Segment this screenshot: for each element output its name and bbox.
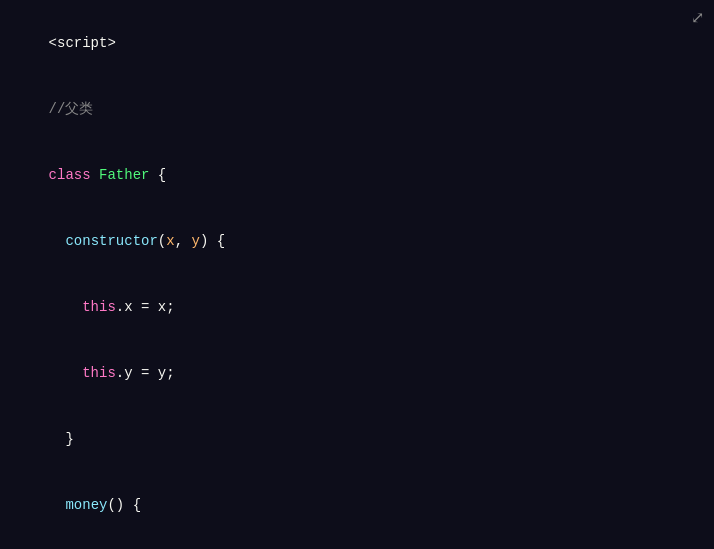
line-class-father: class Father { <box>15 142 699 208</box>
line-comment-father: //父类 <box>15 76 699 142</box>
line-this-y: this.y = y; <box>15 340 699 406</box>
line-script-tag: <script> <box>15 10 699 76</box>
line-console-100: console.log(100); <box>15 538 699 549</box>
line-constructor: constructor(x, y) { <box>15 208 699 274</box>
line-close-constructor: } <box>15 406 699 472</box>
line-this-x: this.x = x; <box>15 274 699 340</box>
code-editor: ⤢ <script> //父类 class Father { construct… <box>0 0 714 549</box>
line-money: money() { <box>15 472 699 538</box>
expand-icon[interactable]: ⤢ <box>691 8 704 28</box>
